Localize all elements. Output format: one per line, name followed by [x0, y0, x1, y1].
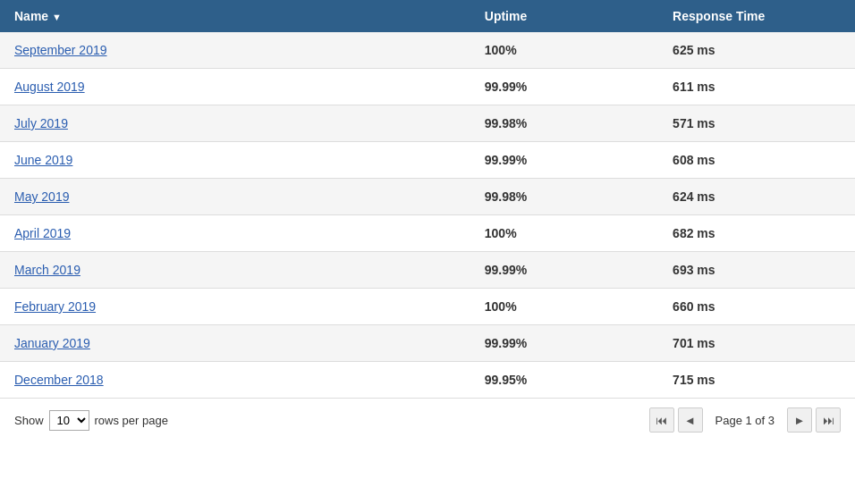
cell-name: February 2019: [0, 289, 470, 325]
table-header-row: Name ▼ Uptime Response Time: [0, 0, 855, 32]
cell-uptime: 100%: [470, 215, 658, 252]
table-row: January 201999.99%701 ms: [0, 325, 855, 362]
cell-response: 625 ms: [658, 32, 855, 69]
row-name-link[interactable]: September 2019: [14, 43, 107, 57]
sort-icon: ▼: [52, 12, 62, 22]
cell-response: 608 ms: [658, 142, 855, 179]
col-response-header[interactable]: Response Time: [658, 0, 855, 32]
rows-per-page-select[interactable]: 10 25 50: [49, 410, 89, 431]
cell-uptime: 99.99%: [470, 142, 658, 179]
rows-per-page-label: rows per page: [95, 414, 168, 427]
table-row: April 2019100%682 ms: [0, 215, 855, 252]
row-name-link[interactable]: March 2019: [14, 263, 80, 277]
next-page-button[interactable]: ►: [787, 407, 812, 433]
cell-uptime: 99.99%: [470, 69, 658, 105]
cell-name: June 2019: [0, 142, 470, 179]
table-row: December 201899.95%715 ms: [0, 362, 855, 399]
table-footer: Show 10 25 50 rows per page ⏮ ◄ Page 1 o…: [0, 399, 855, 441]
cell-uptime: 99.98%: [470, 105, 658, 142]
row-name-link[interactable]: August 2019: [14, 80, 85, 94]
table-body: September 2019100%625 msAugust 201999.99…: [0, 32, 855, 399]
last-page-button[interactable]: ⏭: [816, 407, 841, 433]
cell-response: 682 ms: [658, 215, 855, 252]
row-name-link[interactable]: July 2019: [14, 116, 68, 130]
col-name-label: Name: [14, 9, 48, 23]
col-name-header[interactable]: Name ▼: [0, 0, 470, 32]
row-name-link[interactable]: December 2018: [14, 373, 104, 387]
cell-name: April 2019: [0, 215, 470, 252]
cell-name: December 2018: [0, 362, 470, 399]
cell-response: 611 ms: [658, 69, 855, 105]
rows-per-page-control: Show 10 25 50 rows per page: [14, 410, 168, 431]
table-row: February 2019100%660 ms: [0, 289, 855, 325]
cell-uptime: 99.95%: [470, 362, 658, 399]
cell-uptime: 99.99%: [470, 325, 658, 362]
cell-name: May 2019: [0, 179, 470, 215]
col-uptime-header[interactable]: Uptime: [470, 0, 658, 32]
first-page-button[interactable]: ⏮: [649, 407, 674, 433]
row-name-link[interactable]: February 2019: [14, 299, 96, 314]
row-name-link[interactable]: May 2019: [14, 189, 69, 204]
row-name-link[interactable]: June 2019: [14, 153, 72, 167]
table-container: Name ▼ Uptime Response Time September 20…: [0, 0, 855, 441]
cell-uptime: 99.99%: [470, 252, 658, 289]
data-table: Name ▼ Uptime Response Time September 20…: [0, 0, 855, 399]
table-row: May 201999.98%624 ms: [0, 179, 855, 215]
cell-name: March 2019: [0, 252, 470, 289]
table-row: March 201999.99%693 ms: [0, 252, 855, 289]
cell-response: 660 ms: [658, 289, 855, 325]
cell-response: 571 ms: [658, 105, 855, 142]
show-label: Show: [14, 414, 44, 427]
table-row: June 201999.99%608 ms: [0, 142, 855, 179]
cell-response: 701 ms: [658, 325, 855, 362]
cell-response: 624 ms: [658, 179, 855, 215]
cell-uptime: 100%: [470, 289, 658, 325]
table-row: July 201999.98%571 ms: [0, 105, 855, 142]
page-info: Page 1 of 3: [707, 414, 784, 427]
cell-response: 693 ms: [658, 252, 855, 289]
table-row: August 201999.99%611 ms: [0, 69, 855, 105]
table-row: September 2019100%625 ms: [0, 32, 855, 69]
pagination-controls: ⏮ ◄ Page 1 of 3 ► ⏭: [649, 407, 842, 433]
prev-page-button[interactable]: ◄: [678, 407, 703, 433]
cell-response: 715 ms: [658, 362, 855, 399]
cell-name: July 2019: [0, 105, 470, 142]
cell-uptime: 100%: [470, 32, 658, 69]
cell-name: September 2019: [0, 32, 470, 69]
row-name-link[interactable]: January 2019: [14, 336, 90, 350]
cell-name: January 2019: [0, 325, 470, 362]
col-response-label: Response Time: [673, 9, 765, 23]
cell-name: August 2019: [0, 69, 470, 105]
cell-uptime: 99.98%: [470, 179, 658, 215]
col-uptime-label: Uptime: [485, 9, 527, 23]
row-name-link[interactable]: April 2019: [14, 226, 71, 240]
